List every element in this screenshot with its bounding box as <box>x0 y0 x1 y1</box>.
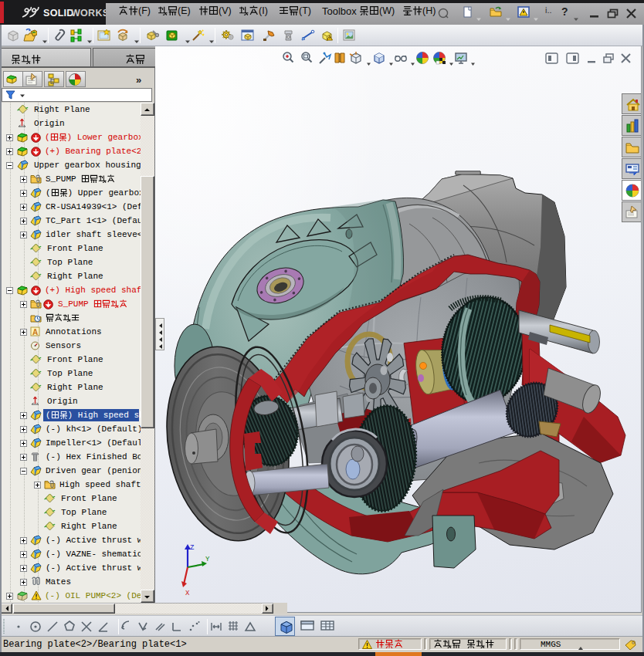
svg-text:WORKS: WORKS <box>71 8 109 19</box>
svg-text:SOLID: SOLID <box>43 8 74 19</box>
svg-text:Z: Z <box>190 544 195 552</box>
svg-text:X: X <box>185 590 190 597</box>
svg-text:Y: Y <box>205 556 210 563</box>
svg-text:A: A <box>32 328 38 336</box>
